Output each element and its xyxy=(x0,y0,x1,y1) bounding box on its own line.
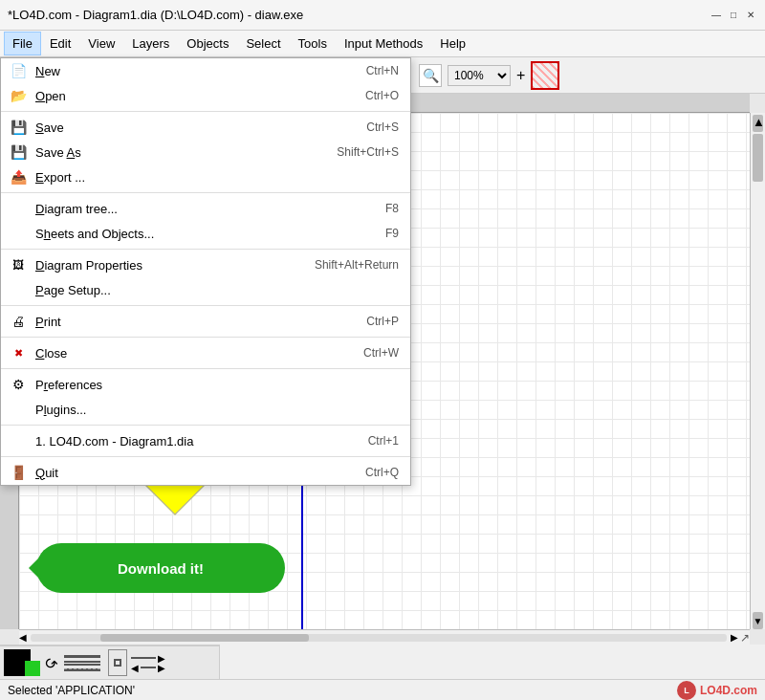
separator-3 xyxy=(1,249,410,250)
export-icon: 📤 xyxy=(9,167,28,186)
zoom-select[interactable]: 100% 50% 75% 125% 150% 200% xyxy=(448,65,511,86)
download-text: Download it! xyxy=(118,560,204,577)
saveas-shortcut: Shift+Ctrl+S xyxy=(337,145,399,159)
menu-layers[interactable]: Layers xyxy=(123,32,178,55)
menu-item-print[interactable]: 🖨 Print Ctrl+P xyxy=(1,309,410,334)
print-icon: 🖨 xyxy=(9,312,28,331)
close-menu-icon: ✖ xyxy=(9,343,28,362)
preferences-icon: ⚙ xyxy=(9,375,28,394)
separator-7 xyxy=(1,425,410,426)
close-button[interactable]: ✕ xyxy=(744,9,757,22)
line-style-thin[interactable] xyxy=(64,655,100,658)
menu-item-preferences[interactable]: ⚙ Preferences xyxy=(1,372,410,397)
menu-select[interactable]: Select xyxy=(237,32,289,55)
bg-color xyxy=(25,661,40,676)
menu-file[interactable]: File xyxy=(4,32,41,55)
menu-item-open[interactable]: 📂 Open Ctrl+O xyxy=(1,83,410,108)
zoom-out-button[interactable]: 🔍 xyxy=(419,64,442,87)
menu-item-pagesetup[interactable]: Page Setup... xyxy=(1,277,410,302)
main-toolbar: 🔍 100% 50% 75% 125% 150% 200% + xyxy=(411,57,765,94)
pagesetup-label: Page Setup... xyxy=(35,283,380,297)
diagram-icon xyxy=(531,61,559,90)
save-shortcut: Ctrl+S xyxy=(366,120,399,134)
maximize-button[interactable]: □ xyxy=(727,9,740,22)
plugins-label: Plugins... xyxy=(35,403,380,417)
scroll-up-button[interactable]: ▲ xyxy=(753,115,763,132)
separator-5 xyxy=(1,337,410,338)
new-shortcut: Ctrl+N xyxy=(366,64,399,77)
print-shortcut: Ctrl+P xyxy=(366,315,399,328)
quit-shortcut: Ctrl+Q xyxy=(365,466,399,479)
size-indicator[interactable] xyxy=(108,649,127,676)
scroll-thumb-horizontal[interactable] xyxy=(100,634,309,642)
separator-1 xyxy=(1,111,410,112)
color-swatch[interactable] xyxy=(4,649,40,676)
close-shortcut: Ctrl+W xyxy=(363,346,399,360)
export-label: Export ... xyxy=(35,170,380,185)
snap-icon[interactable]: + xyxy=(516,67,525,84)
menu-item-diagramtree[interactable]: Diagram tree... F8 xyxy=(1,196,410,221)
separator-8 xyxy=(1,456,410,457)
menu-item-new[interactable]: 📄 New Ctrl+N xyxy=(1,58,410,83)
menu-view[interactable]: View xyxy=(79,32,123,55)
close-label: Close xyxy=(35,346,344,361)
arrow-style-2[interactable]: ◀ ▶ xyxy=(131,664,165,671)
scroll-right-button[interactable]: ▶ xyxy=(731,632,738,643)
swap-colors-icon[interactable]: ↺ xyxy=(39,652,61,674)
line-style-dashed[interactable] xyxy=(64,668,100,671)
menu-edit[interactable]: Edit xyxy=(41,32,79,55)
open-icon: 📂 xyxy=(9,86,28,105)
shape-toolbox: ↺ ▶ ◀ ▶ xyxy=(0,645,220,679)
title-bar: *LO4D.com - Diagram1.dia (D:\LO4D.com) -… xyxy=(0,0,765,31)
scroll-thumb-vertical[interactable] xyxy=(753,134,763,182)
size-box xyxy=(114,659,121,667)
arrow-style-1[interactable]: ▶ xyxy=(131,654,165,662)
sheetsobjects-label: Sheets and Objects... xyxy=(35,227,366,241)
menu-item-close[interactable]: ✖ Close Ctrl+W xyxy=(1,340,410,365)
line-styles xyxy=(64,655,100,671)
save-icon: 💾 xyxy=(9,118,28,137)
diagramtree-label: Diagram tree... xyxy=(35,202,366,216)
minimize-button[interactable]: — xyxy=(710,9,723,22)
scroll-down-button[interactable]: ▼ xyxy=(753,612,763,629)
scroll-track-h[interactable] xyxy=(31,634,727,642)
recent-label: 1. LO4D.com - Diagram1.dia xyxy=(35,434,349,448)
status-text: Selected 'APPLICATION' xyxy=(8,684,135,697)
menu-help[interactable]: Help xyxy=(431,32,474,55)
menu-item-save[interactable]: 💾 Save Ctrl+S xyxy=(1,115,410,140)
new-label: New xyxy=(35,64,347,78)
shape-download[interactable]: Download it! xyxy=(36,543,285,593)
menu-objects[interactable]: Objects xyxy=(178,32,237,55)
preferences-label: Preferences xyxy=(35,378,380,392)
print-label: Print xyxy=(35,315,347,329)
saveas-label: Save As xyxy=(35,145,317,160)
expand-button[interactable]: ↗ xyxy=(740,631,750,645)
sheetsobjects-shortcut: F9 xyxy=(385,227,399,240)
new-icon: 📄 xyxy=(9,61,28,80)
menu-item-quit[interactable]: 🚪 Quit Ctrl+Q xyxy=(1,460,410,485)
menu-tools[interactable]: Tools xyxy=(290,32,336,55)
quit-icon: 🚪 xyxy=(9,463,28,482)
menu-item-saveas[interactable]: 💾 Save As Shift+Ctrl+S xyxy=(1,140,410,164)
logo-icon: L xyxy=(677,681,696,700)
save-label: Save xyxy=(35,120,347,135)
open-label: Open xyxy=(35,89,346,103)
menu-item-diagramprops[interactable]: 🖼 Diagram Properties Shift+Alt+Return xyxy=(1,252,410,277)
scrollbar-horizontal[interactable]: ◀ ▶ ↗ xyxy=(19,629,750,645)
scroll-left-button[interactable]: ◀ xyxy=(19,632,27,643)
recent-shortcut: Ctrl+1 xyxy=(368,434,399,448)
status-bar: Selected 'APPLICATION' L LO4D.com xyxy=(0,679,765,700)
file-dropdown-menu: 📄 New Ctrl+N 📂 Open Ctrl+O 💾 Save Ctrl+S… xyxy=(0,57,411,486)
title-bar-title: *LO4D.com - Diagram1.dia (D:\LO4D.com) -… xyxy=(8,8,303,22)
menu-item-export[interactable]: 📤 Export ... xyxy=(1,164,410,189)
scrollbar-vertical[interactable]: ▲ ▼ xyxy=(750,113,765,629)
menu-item-recent[interactable]: 1. LO4D.com - Diagram1.dia Ctrl+1 xyxy=(1,428,410,453)
menu-item-sheetsobjects[interactable]: Sheets and Objects... F9 xyxy=(1,221,410,246)
separator-4 xyxy=(1,305,410,306)
line-style-double[interactable] xyxy=(64,661,100,666)
title-bar-controls: — □ ✕ xyxy=(710,9,757,22)
menu-item-plugins[interactable]: Plugins... xyxy=(1,397,410,422)
diagramprops-shortcut: Shift+Alt+Return xyxy=(315,258,399,272)
menu-inputmethods[interactable]: Input Methods xyxy=(336,32,431,55)
arrow-styles: ▶ ◀ ▶ xyxy=(131,654,165,671)
